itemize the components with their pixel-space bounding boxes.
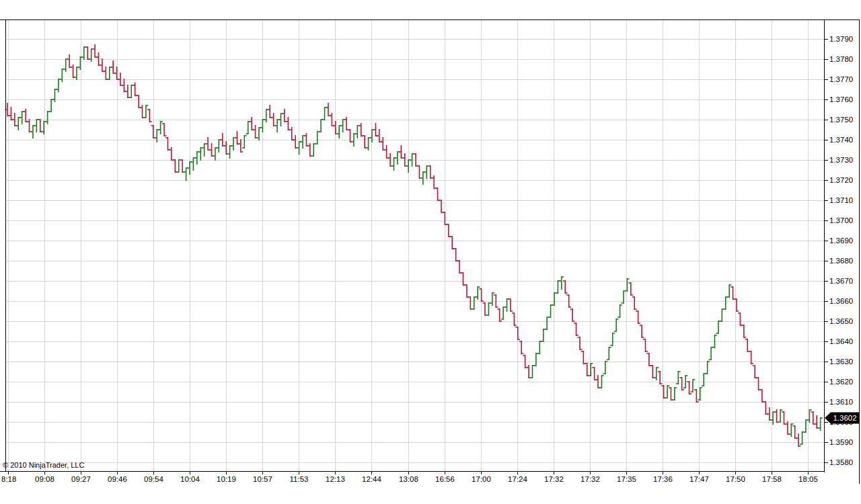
time-axis-label: 13:08 (399, 475, 418, 483)
price-axis-label: 1.3730 (829, 156, 853, 164)
price-axis-label: 1.3770 (829, 75, 853, 83)
last-price-marker: 1.3602 (825, 413, 859, 424)
time-axis-label: 09:08 (35, 475, 54, 483)
price-axis-label: 1.3580 (829, 458, 853, 466)
time-axis-label: 17:58 (762, 475, 782, 483)
time-axis-label: 12:13 (326, 475, 345, 483)
time-axis-label: 10:19 (217, 475, 236, 483)
price-axis-label: 1.3690 (829, 237, 853, 245)
price-axis-label: 1.3680 (829, 257, 853, 265)
price-chart-canvas[interactable]: 1.37901.37801.37701.37601.37501.37401.37… (0, 0, 861, 504)
time-axis-label: 17:00 (472, 475, 491, 483)
time-axis-label: 09:54 (144, 475, 163, 483)
price-axis-label: 1.3630 (829, 358, 853, 366)
time-axis-label: 10:04 (180, 475, 200, 483)
price-axis-label: 1.3640 (829, 337, 853, 345)
price-axis-label: 1.3670 (829, 277, 853, 285)
copyright-label: © 2010 NinjaTrader, LLC (3, 461, 84, 469)
price-axis-label: 1.3740 (829, 136, 853, 144)
plot-area[interactable] (5, 19, 824, 471)
time-axis-label: 17:24 (508, 475, 527, 483)
price-axis-label: 1.3790 (829, 35, 853, 43)
time-axis-label: 17:36 (653, 475, 673, 483)
price-axis-label: 1.3780 (829, 55, 853, 63)
price-axis-label: 1.3620 (829, 378, 853, 386)
time-axis-label: 18:05 (798, 475, 818, 483)
time-axis-label: 17:32 (544, 475, 564, 483)
time-axis-label: 17:35 (617, 475, 636, 483)
time-axis-label: 8:18 (1, 475, 16, 483)
price-axis-label: 1.3660 (829, 297, 853, 305)
price-axis-label: 1.3590 (829, 438, 853, 446)
time-axis-label: 17:47 (689, 475, 709, 483)
time-axis-label: 16:56 (435, 475, 455, 483)
time-axis-label: 09:46 (108, 475, 127, 483)
price-axis-label: 1.3720 (829, 176, 853, 184)
time-axis-label: 10:57 (253, 475, 272, 483)
time-axis-label: 12:44 (362, 475, 381, 483)
time-axis-label: 17:50 (726, 475, 745, 483)
price-axis-label: 1.3610 (829, 398, 853, 406)
price-axis-label: 1.3760 (829, 95, 853, 103)
last-price-marker-label: 1.3602 (833, 414, 856, 422)
price-axis-label: 1.3650 (829, 317, 853, 325)
time-axis-label: 09:27 (71, 475, 91, 483)
price-axis-label: 1.3750 (829, 116, 853, 124)
time-axis-label: 11:53 (290, 475, 309, 483)
time-axis-label: 17:32 (581, 475, 600, 483)
chart-window: 6E 12-10 (6 Range) 22/11/2010 1.37901.37… (0, 0, 861, 504)
price-axis-label: 1.3710 (829, 196, 853, 204)
price-axis-label: 1.3700 (829, 216, 853, 224)
